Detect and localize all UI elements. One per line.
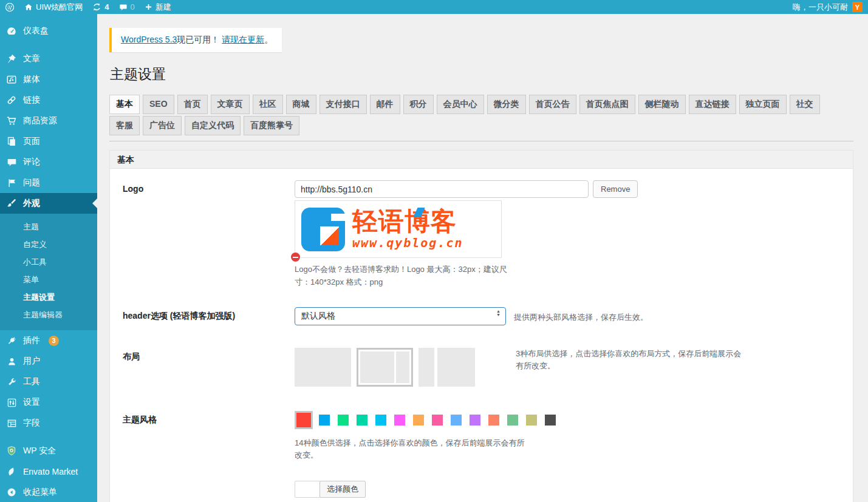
submenu-item-theme-settings[interactable]: 主题设置 — [0, 288, 97, 306]
tab-social[interactable]: 社交 — [790, 95, 820, 114]
sidebar-item-products[interactable]: 商品资源 — [0, 110, 97, 131]
remove-image-icon[interactable] — [291, 253, 300, 262]
color-swatch-red-selected[interactable] — [295, 411, 313, 429]
color-swatch-salmon[interactable] — [487, 413, 501, 427]
tab-customer-service[interactable]: 客服 — [109, 116, 140, 135]
new-label: 新建 — [155, 2, 171, 13]
comment-icon — [119, 3, 128, 12]
sidebar-item-label: 工具 — [23, 376, 40, 387]
layout-option-left-sidebar[interactable] — [419, 348, 475, 387]
color-swatch-magenta[interactable] — [392, 413, 407, 427]
color-swatch-pink[interactable] — [430, 413, 445, 427]
remove-button[interactable]: Remove — [593, 180, 638, 198]
submenu-item-theme-editor[interactable]: 主题编辑器 — [0, 306, 97, 324]
sidebar-item-fields[interactable]: 字段 — [0, 413, 97, 433]
sidebar-item-comments[interactable]: 评论 — [0, 152, 97, 172]
tab-seo[interactable]: SEO — [143, 95, 174, 114]
tab-direct-links[interactable]: 直达链接 — [689, 95, 736, 114]
color-swatch-teal[interactable] — [355, 413, 369, 427]
sidebar-item-label: 评论 — [23, 157, 40, 168]
tab-home[interactable]: 首页 — [177, 95, 208, 114]
sidebar-item-label: 页面 — [23, 136, 40, 147]
logo-url-input[interactable] — [295, 180, 589, 198]
tab-sidebar-follow[interactable]: 侧栏随动 — [638, 95, 686, 114]
update-now-link[interactable]: 请现在更新 — [222, 35, 264, 44]
tab-payment[interactable]: 支付接口 — [320, 95, 367, 114]
submenu-item-customize[interactable]: 自定义 — [0, 236, 97, 253]
sidebar-item-media[interactable]: 媒体 — [0, 69, 97, 90]
layout-label: 布局 — [123, 348, 295, 387]
tab-home-announcement[interactable]: 首页公告 — [529, 95, 576, 114]
tab-standalone-page[interactable]: 独立页面 — [739, 95, 787, 114]
tab-member-center[interactable]: 会员中心 — [437, 95, 484, 114]
layout-option-right-sidebar-selected[interactable] — [357, 348, 413, 387]
sidebar-item-appearance[interactable]: 外观 — [0, 193, 97, 214]
sidebar-item-links[interactable]: 链接 — [0, 90, 97, 110]
tab-ad-slots[interactable]: 广告位 — [143, 116, 182, 135]
header-option-label: header选项 (轻语博客加强版) — [123, 307, 295, 325]
sidebar-item-dashboard[interactable]: 仪表盘 — [0, 21, 97, 41]
sidebar-item-pages[interactable]: 页面 — [0, 131, 97, 152]
tab-community[interactable]: 社区 — [253, 95, 283, 114]
wordpress-logo-menu[interactable] — [0, 0, 19, 14]
color-swatch-blue[interactable] — [317, 413, 332, 427]
tab-mail[interactable]: 邮件 — [370, 95, 400, 114]
submenu-item-menus[interactable]: 菜单 — [0, 271, 97, 288]
cart-icon — [5, 115, 18, 126]
sidebar-item-wp-security[interactable]: WP 安全 — [0, 441, 97, 461]
new-content-menu[interactable]: 新建 — [140, 0, 176, 14]
picker-current-color[interactable] — [295, 481, 320, 498]
sidebar-item-envato-market[interactable]: Envato Market — [0, 461, 97, 482]
pick-color-button[interactable]: 选择颜色 — [320, 481, 366, 498]
sidebar-item-settings[interactable]: 设置 — [0, 392, 97, 413]
tab-points[interactable]: 积分 — [403, 95, 434, 114]
admin-bar: UIW炫酷官网 4 0 新建 嗨，一只小可耐 Y — [0, 0, 868, 14]
logo-preview-image: 轻语博客 www.qyblog.cn — [295, 200, 502, 258]
layout-option-full-width[interactable] — [295, 348, 351, 387]
sidebar-item-collapse-menu[interactable]: 收起菜单 — [0, 482, 97, 502]
home-icon — [24, 3, 33, 12]
color-swatch-olive[interactable] — [524, 413, 539, 427]
menu-separator — [0, 41, 97, 49]
tab-micro-category[interactable]: 微分类 — [487, 95, 526, 114]
tab-baidu-xiongzhang[interactable]: 百度熊掌号 — [244, 116, 299, 135]
comment-icon — [5, 157, 18, 168]
comments-menu[interactable]: 0 — [114, 0, 140, 14]
color-swatch-softgreen[interactable] — [505, 413, 520, 427]
submenu-item-widgets[interactable]: 小工具 — [0, 253, 97, 271]
color-swatch-darkgray[interactable] — [543, 413, 558, 427]
visit-site-link[interactable]: UIW炫酷官网 — [19, 0, 87, 14]
header-style-select[interactable]: 默认风格 ▲▼ — [295, 307, 506, 325]
sidebar-item-users[interactable]: 用户 — [0, 351, 97, 371]
update-count: 4 — [104, 2, 109, 12]
color-swatch-cyan[interactable] — [374, 413, 388, 427]
logo-row: Logo Remove 轻语博客 www.qyblog.cn — [110, 169, 853, 289]
tab-custom-code[interactable]: 自定义代码 — [185, 116, 241, 135]
sidebar-item-plugins[interactable]: 插件 3 — [0, 330, 97, 351]
notice-text-end: 。 — [264, 35, 273, 44]
header-option-row: header选项 (轻语博客加强版) 默认风格 ▲▼ 提供两种头部风格选择，保存… — [110, 289, 853, 325]
tab-home-slider[interactable]: 首页焦点图 — [579, 95, 635, 114]
tab-article-page[interactable]: 文章页 — [211, 95, 250, 114]
color-swatch-lightblue[interactable] — [449, 413, 463, 427]
tab-basic[interactable]: 基本 — [109, 95, 140, 114]
admin-sidebar: 仪表盘 文章 媒体 链接 商品资源 页面 评论 — [0, 14, 97, 502]
user-greeting[interactable]: 嗨，一只小可耐 — [793, 2, 848, 13]
logo-title-text: 轻语博客 — [352, 209, 463, 234]
avatar[interactable]: Y — [852, 2, 863, 12]
brush-icon — [5, 198, 18, 209]
color-swatch-orange[interactable] — [411, 413, 426, 427]
sidebar-item-issues[interactable]: 问题 — [0, 172, 97, 193]
sidebar-item-label: 商品资源 — [23, 115, 57, 126]
sidebar-item-tools[interactable]: 工具 — [0, 371, 97, 392]
wordpress-version-link[interactable]: WordPress 5.3 — [121, 35, 177, 44]
updates-menu[interactable]: 4 — [87, 0, 114, 14]
sidebar-item-posts[interactable]: 文章 — [0, 49, 97, 69]
logo-mark-icon — [301, 208, 345, 251]
color-swatch-green[interactable] — [336, 413, 350, 427]
submenu-item-themes[interactable]: 主题 — [0, 218, 97, 236]
tab-mall[interactable]: 商城 — [286, 95, 316, 114]
color-swatch-purple[interactable] — [468, 413, 482, 427]
header-style-selected-value: 默认风格 — [301, 311, 335, 321]
update-notice: WordPress 5.3现已可用！ 请现在更新。 — [109, 28, 282, 52]
